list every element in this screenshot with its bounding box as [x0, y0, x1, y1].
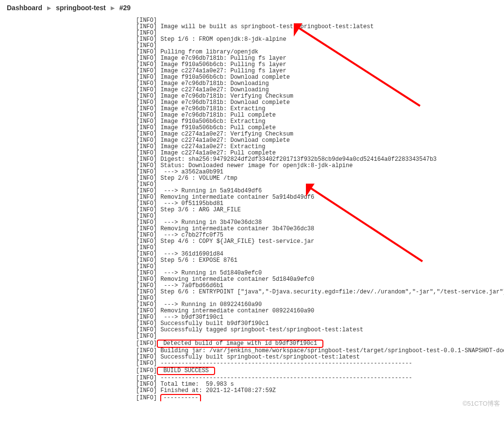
breadcrumb-project[interactable]: springboot-test: [56, 4, 106, 12]
console-line: [INFO] Step 3/6 : ARG JAR_FILE: [136, 207, 504, 213]
console-line: [INFO] Step 5/6 : EXPOSE 8761: [136, 257, 504, 264]
console-line: [INFO] Finished at: 2021-12-14T08:27:59Z: [136, 388, 504, 394]
console-line: [INFO] Step 4/6 : COPY ${JAR_FILE} test-…: [136, 239, 504, 245]
chevron-right-icon: ▶: [111, 5, 115, 11]
breadcrumb-dashboard[interactable]: Dashboard: [7, 4, 42, 12]
console-line: [INFO] Step 1/6 : FROM openjdk:8-jdk-alp…: [136, 36, 504, 43]
chevron-right-icon: ▶: [47, 5, 51, 11]
console-output: [INFO][INFO] Image will be built as spri…: [0, 16, 504, 411]
console-line: [INFO] Step 2/6 : VOLUME /tmp: [136, 175, 504, 182]
console-line: [INFO] Step 6/6 : ENTRYPOINT ["java","-D…: [136, 289, 504, 295]
breadcrumb: Dashboard ▶ springboot-test ▶ #29: [0, 0, 504, 16]
console-line: [INFO] ----------: [136, 394, 504, 401]
console-line: [INFO]: [136, 333, 504, 340]
highlight-box: ----------: [160, 394, 201, 401]
breadcrumb-build[interactable]: #29: [119, 4, 131, 12]
highlight-box: BUILD SUCCESS: [157, 367, 215, 375]
highlight-box: Detected build of image with id b9df30f1…: [157, 340, 323, 348]
console-line: [INFO] BUILD SUCCESS: [136, 367, 504, 375]
console-line: [INFO] Successfully tagged springboot-te…: [136, 327, 504, 333]
console-line: [INFO] Detected build of image with id b…: [136, 340, 504, 348]
watermark: ©51CTO博客: [463, 399, 500, 408]
console-line: [INFO] ---------------------------------…: [136, 360, 504, 367]
console-line: [INFO] Image will be built as springboot…: [136, 24, 504, 30]
